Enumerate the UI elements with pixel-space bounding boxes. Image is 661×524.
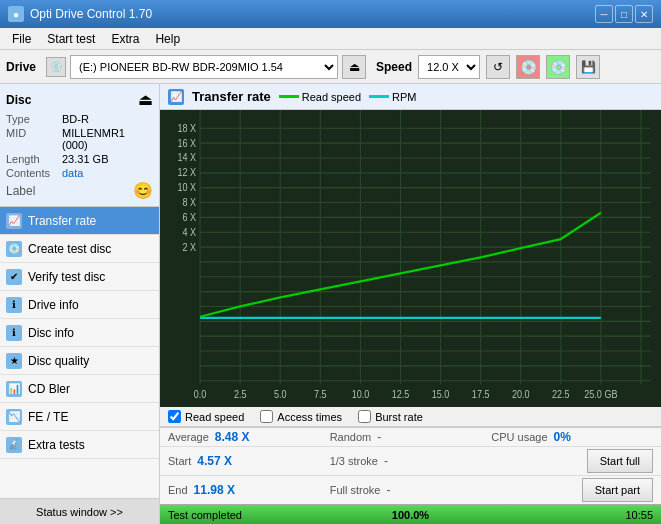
sidebar: Disc ⏏ Type BD-R MID MILLENMR1 (000) Len… [0,84,160,524]
menu-extra[interactable]: Extra [103,30,147,48]
svg-text:5.0: 5.0 [274,388,287,400]
nav-icon-disc-info: ℹ [6,325,22,341]
svg-text:2 X: 2 X [183,241,197,253]
start-full-container: Start full [491,449,653,473]
nav-label-create-test-disc: Create test disc [28,242,111,256]
disc-mid-label: MID [6,127,62,151]
toolbar: Drive 💿 (E:) PIONEER BD-RW BDR-209MIO 1.… [0,50,661,84]
nav-item-create-test-disc[interactable]: 💿 Create test disc [0,235,159,263]
speed-select[interactable]: 12.0 X [418,55,480,79]
app-icon: ● [8,6,24,22]
status-text: Test completed [168,509,242,521]
stats-section: Average 8.48 X Random - CPU usage 0% Sta… [160,427,661,504]
ctrl-burst-rate-label: Burst rate [375,411,423,423]
start-full-button[interactable]: Start full [587,449,653,473]
chart-header: 📈 Transfer rate Read speed RPM [160,84,661,110]
nav-item-disc-quality[interactable]: ★ Disc quality [0,347,159,375]
stat-start-value: 4.57 X [197,454,232,468]
stat-stroke13: 1/3 stroke - [330,454,492,468]
refresh-button[interactable]: ↺ [486,55,510,79]
disc-mid-value: MILLENMR1 (000) [62,127,153,151]
start-part-container: Start part [491,478,653,502]
time-display: 10:55 [625,509,653,521]
disc-length-value: 23.31 GB [62,153,108,165]
nav-item-fe-te[interactable]: 📉 FE / TE [0,403,159,431]
stat-cpu: CPU usage 0% [491,430,653,444]
eject-button[interactable]: ⏏ [342,55,366,79]
nav-item-transfer-rate[interactable]: 📈 Transfer rate [0,207,159,235]
disc-contents-label: Contents [6,167,62,179]
menu-file[interactable]: File [4,30,39,48]
stat-cpu-label: CPU usage [491,431,547,443]
svg-text:4 X: 4 X [183,226,197,238]
stat-end-label: End [168,484,188,496]
stat-full-stroke: Full stroke - [330,483,492,497]
svg-text:17.5: 17.5 [472,388,490,400]
disc-label-icon[interactable]: 😊 [133,181,153,200]
main-layout: Disc ⏏ Type BD-R MID MILLENMR1 (000) Len… [0,84,661,524]
nav-item-cd-bler[interactable]: 📊 CD Bler [0,375,159,403]
legend-rpm-label: RPM [392,91,416,103]
nav-icon-disc-quality: ★ [6,353,22,369]
stat-random-value: - [377,430,381,444]
stat-average: Average 8.48 X [168,430,330,444]
disc-button2[interactable]: 💿 [546,55,570,79]
close-button[interactable]: ✕ [635,5,653,23]
nav-item-verify-test-disc[interactable]: ✔ Verify test disc [0,263,159,291]
svg-text:15.0: 15.0 [432,388,450,400]
checkbox-read-speed[interactable] [168,410,181,423]
nav-label-disc-info: Disc info [28,326,74,340]
minimize-button[interactable]: ─ [595,5,613,23]
svg-text:18 X: 18 X [178,122,197,134]
svg-text:0.0: 0.0 [194,388,207,400]
svg-text:6 X: 6 X [183,211,197,223]
legend-rpm-color [369,95,389,98]
stat-average-value: 8.48 X [215,430,250,444]
disc-type-value: BD-R [62,113,89,125]
svg-text:10.0: 10.0 [352,388,370,400]
nav-item-extra-tests[interactable]: 🔬 Extra tests [0,431,159,459]
disc-label-label: Label [6,184,62,198]
checkbox-burst-rate[interactable] [358,410,371,423]
menu-help[interactable]: Help [147,30,188,48]
maximize-button[interactable]: □ [615,5,633,23]
ctrl-read-speed-label: Read speed [185,411,244,423]
status-window-button[interactable]: Status window >> [0,498,159,524]
nav-item-disc-info[interactable]: ℹ Disc info [0,319,159,347]
nav-label-drive-info: Drive info [28,298,79,312]
save-button[interactable]: 💾 [576,55,600,79]
nav-icon-extra-tests: 🔬 [6,437,22,453]
ctrl-burst-rate[interactable]: Burst rate [358,410,423,423]
stat-stroke13-value: - [384,454,388,468]
stat-end: End 11.98 X [168,483,330,497]
ctrl-access-times[interactable]: Access times [260,410,342,423]
chart-title: Transfer rate [192,89,271,104]
stat-random-label: Random [330,431,372,443]
legend-read-speed: Read speed [279,91,361,103]
svg-text:8 X: 8 X [183,196,197,208]
stats-row-1: Average 8.48 X Random - CPU usage 0% [160,428,661,447]
ctrl-read-speed[interactable]: Read speed [168,410,244,423]
disc-button1[interactable]: 💿 [516,55,540,79]
stat-random: Random - [330,430,492,444]
disc-eject-icon[interactable]: ⏏ [138,90,153,109]
stat-start-label: Start [168,455,191,467]
nav-icon-verify-test-disc: ✔ [6,269,22,285]
content-area: 📈 Transfer rate Read speed RPM [160,84,661,524]
menu-start-test[interactable]: Start test [39,30,103,48]
svg-text:20.0: 20.0 [512,388,530,400]
nav-label-extra-tests: Extra tests [28,438,85,452]
nav-icon-create-test-disc: 💿 [6,241,22,257]
progress-bar: Test completed 100.0% 10:55 [160,504,661,524]
start-part-button[interactable]: Start part [582,478,653,502]
disc-length-label: Length [6,153,62,165]
disc-contents-value: data [62,167,83,179]
ctrl-access-times-label: Access times [277,411,342,423]
nav-icon-fe-te: 📉 [6,409,22,425]
drive-select[interactable]: (E:) PIONEER BD-RW BDR-209MIO 1.54 [70,55,338,79]
svg-rect-0 [160,110,661,407]
svg-text:10 X: 10 X [178,182,197,194]
checkbox-access-times[interactable] [260,410,273,423]
nav-item-drive-info[interactable]: ℹ Drive info [0,291,159,319]
chart-container: 18 X 16 X 14 X 12 X 10 X 8 X 6 X 4 X 2 X… [160,110,661,407]
